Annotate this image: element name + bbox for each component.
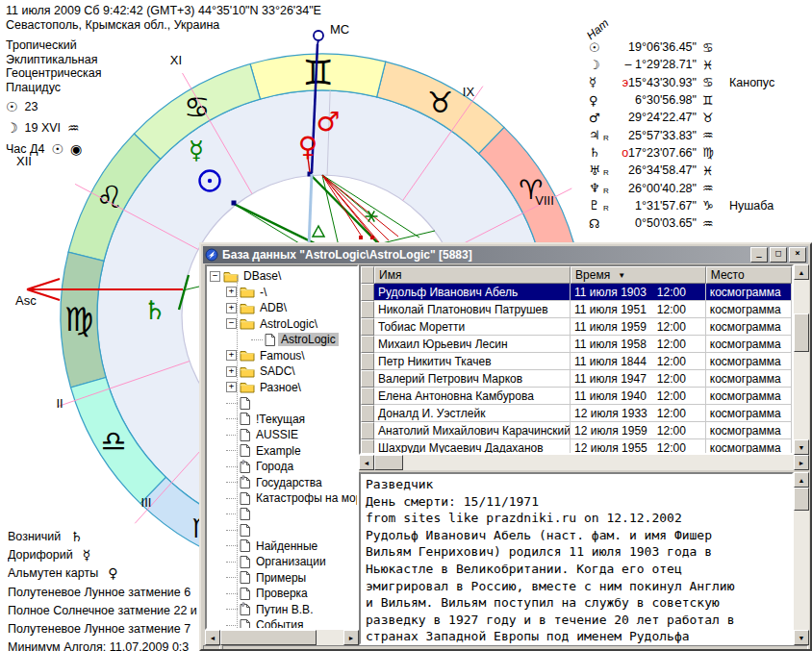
- biography-text-area[interactable]: Разведчик День смерти: 15/11/1971 from s…: [359, 472, 794, 645]
- table-row[interactable]: Елена Антоновна Камбурова11 июля 194012:…: [361, 388, 792, 405]
- row-selector-cell[interactable]: [361, 370, 374, 388]
- window-titlebar[interactable]: База данных "AstroLogic\AstroLogic" [588…: [203, 246, 808, 263]
- document-pen-icon: [239, 602, 251, 616]
- table-header-place[interactable]: Место: [706, 266, 792, 284]
- tree-item[interactable]: AstroLogic: [207, 332, 357, 348]
- position-value: 0°50'03.65": [612, 216, 697, 230]
- position-degrees: 26°34'58.47": [628, 163, 697, 177]
- scroll-thumb[interactable]: [794, 488, 809, 511]
- cell-name: Доналд И. Уэстлейк: [374, 405, 571, 422]
- collapse-icon[interactable]: −: [226, 318, 237, 329]
- row-selector-cell[interactable]: [361, 422, 374, 439]
- folder-icon: [240, 381, 255, 393]
- scroll-down-button[interactable]: ▼: [794, 439, 809, 455]
- row-selector-cell[interactable]: [361, 336, 374, 353]
- planet-position-row: ♆R26°00'40.28"♒: [589, 179, 774, 196]
- tree-item[interactable]: −DBase\: [207, 268, 357, 285]
- tree-item[interactable]: События: [207, 617, 357, 630]
- table-row[interactable]: Михаил Юрьевич Лесин11 июля 195812:00кос…: [361, 336, 792, 353]
- scroll-track[interactable]: [794, 511, 809, 630]
- tree-item[interactable]: !Текущая: [207, 412, 357, 428]
- scroll-up-button[interactable]: ▲: [794, 472, 809, 488]
- maximize-button[interactable]: □: [770, 247, 787, 263]
- table-vertical-scrollbar[interactable]: ▲▼: [794, 264, 809, 455]
- row-selector-cell[interactable]: [361, 439, 374, 455]
- table-row[interactable]: Петр Никитич Ткачев11 июля 184412:00косм…: [361, 353, 792, 370]
- saturn-glyph: ♄: [143, 295, 166, 325]
- row-selector-cell[interactable]: [361, 405, 374, 422]
- tree-item[interactable]: Примеры: [207, 570, 357, 587]
- zodiac-sign-glyph: ♋: [184, 90, 210, 124]
- cell-time: 11 июля 184412:00: [571, 353, 706, 370]
- tree-item[interactable]: +SADC\: [207, 363, 357, 380]
- tree-item[interactable]: Проверка: [207, 586, 357, 602]
- expand-icon[interactable]: +: [226, 287, 237, 297]
- expand-icon[interactable]: +: [226, 382, 237, 392]
- row-selector-cell[interactable]: [361, 388, 374, 405]
- scroll-track[interactable]: [403, 455, 794, 470]
- collapse-icon[interactable]: −: [210, 271, 220, 282]
- table-horizontal-scrollbar[interactable]: ◄►: [359, 455, 809, 470]
- tree-item-label: !Текущая: [253, 413, 308, 426]
- chart-note-line: Полное Солнечное затмение 22 и: [8, 601, 201, 619]
- tree-item[interactable]: +-\: [207, 285, 357, 301]
- scroll-left-button[interactable]: ◄: [359, 455, 374, 470]
- scroll-right-button[interactable]: ►: [794, 455, 809, 470]
- minimize-button[interactable]: _: [750, 247, 768, 263]
- scroll-right-button[interactable]: ►: [343, 630, 359, 645]
- table-header-time[interactable]: Время▼: [571, 266, 706, 284]
- tree-item[interactable]: Example: [207, 443, 357, 460]
- tree-item[interactable]: AUSSIE: [207, 427, 357, 443]
- scroll-down-button[interactable]: ▼: [794, 630, 809, 645]
- tree-horizontal-scrollbar[interactable]: ◄►: [205, 630, 359, 645]
- scroll-left-button[interactable]: ◄: [205, 630, 220, 645]
- position-value: 26°34'58.47": [612, 163, 697, 177]
- table-row[interactable]: Тобиас Моретти11 июля 195912:00космограм…: [361, 318, 792, 336]
- table-row[interactable]: Доналд И. Уэстлейк12 июля 193312:00космо…: [361, 405, 792, 422]
- table-row[interactable]: Рудольф Иванович Абель11 июля 190312:00к…: [361, 284, 792, 301]
- biography-vertical-scrollbar[interactable]: ▲▼: [794, 472, 809, 645]
- close-button[interactable]: ×: [789, 247, 806, 263]
- biography-text[interactable]: Разведчик День смерти: 15/11/1971 from s…: [361, 474, 792, 645]
- row-selector-cell[interactable]: [361, 284, 374, 301]
- table-header-name[interactable]: Имя: [374, 266, 571, 284]
- expand-icon[interactable]: +: [226, 303, 237, 313]
- scroll-track[interactable]: [317, 630, 343, 645]
- scroll-thumb[interactable]: [794, 313, 809, 352]
- expand-icon[interactable]: +: [226, 366, 237, 377]
- expand-icon[interactable]: +: [226, 350, 237, 361]
- cell-place: космограмма: [706, 353, 792, 370]
- row-selector-cell[interactable]: [361, 301, 374, 318]
- cell-name: Валерий Петрович Марков: [374, 370, 571, 388]
- tree-item[interactable]: [207, 522, 357, 538]
- sun-glyph-dot: [208, 179, 212, 183]
- tree-item[interactable]: Путин В.В.: [207, 602, 357, 618]
- tree-item[interactable]: Найденные: [207, 538, 357, 555]
- tree-item[interactable]: Организации: [207, 554, 357, 570]
- scroll-track[interactable]: [794, 352, 809, 439]
- tree-item[interactable]: +ADB\: [207, 300, 357, 316]
- scroll-track[interactable]: [794, 280, 809, 313]
- scroll-thumb[interactable]: [374, 455, 403, 470]
- table-row[interactable]: Николай Платонович Патрушев11 июля 19511…: [361, 301, 792, 318]
- planet-glyph: ☽: [589, 58, 603, 72]
- tree-item[interactable]: −AstroLogic\: [207, 316, 357, 333]
- position-degrees: 1°29'28.71": [635, 58, 697, 71]
- position-value: 29°24'22.47": [612, 111, 697, 124]
- tree-item[interactable]: +Разное\: [207, 380, 357, 396]
- table-row[interactable]: Анатолий Михайлович Карачинский12 июля 1…: [361, 422, 792, 439]
- tree-item[interactable]: +Famous\: [207, 348, 357, 364]
- fixed-star-name: Канопус: [729, 76, 774, 89]
- row-selector-cell[interactable]: [361, 318, 374, 336]
- tree-item[interactable]: Катастрофы на мор: [207, 490, 357, 507]
- scroll-thumb[interactable]: [220, 630, 317, 645]
- tree-item[interactable]: [207, 395, 357, 412]
- table-row[interactable]: Шахруди Мусаевич Дадаханов12 июля 195512…: [361, 439, 792, 455]
- tree-item[interactable]: [207, 507, 357, 523]
- tree-item[interactable]: Города: [207, 459, 357, 475]
- house-number-label: XI: [170, 53, 182, 67]
- row-selector-cell[interactable]: [361, 353, 374, 370]
- table-row[interactable]: Валерий Петрович Марков11 июля 194712:00…: [361, 370, 792, 388]
- scroll-up-button[interactable]: ▲: [794, 264, 809, 280]
- tree-item[interactable]: Государства: [207, 475, 357, 491]
